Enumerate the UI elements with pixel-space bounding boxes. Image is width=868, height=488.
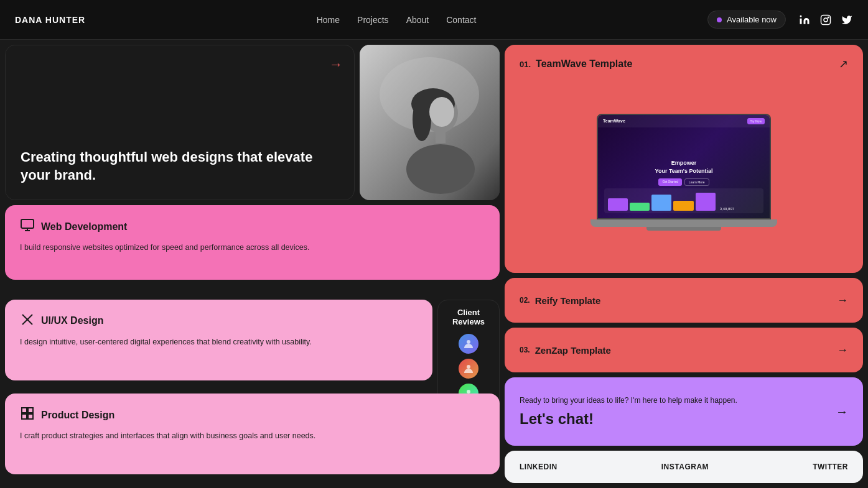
project-03-left: 03. ZenZap Template: [520, 345, 611, 356]
laptop-stand: [646, 227, 721, 231]
social-icons: [798, 14, 853, 26]
product-card: Product Design I craft product strategie…: [5, 394, 500, 474]
uiux-row: UI/UX Design I design intuitive, user-ce…: [5, 300, 500, 380]
cta-card[interactable]: Ready to bring your ideas to life? I'm h…: [505, 377, 863, 446]
hero-photo: [360, 45, 500, 200]
svg-point-11: [413, 98, 431, 141]
cta-subtitle: Ready to bring your ideas to life? I'm h…: [520, 395, 836, 406]
client-reviews-title: Client Reviews: [446, 308, 492, 326]
svg-rect-0: [800, 18, 801, 24]
screen-navbar: TeamWave Try Now: [598, 115, 770, 127]
product-header: Product Design: [20, 406, 485, 424]
footer-instagram[interactable]: INSTAGRAM: [661, 463, 709, 471]
svg-point-9: [406, 144, 475, 194]
webdev-title: Web Development: [41, 221, 127, 232]
project-03-number: 03.: [520, 346, 530, 354]
laptop-base: [590, 219, 777, 227]
screen-logo: TeamWave: [603, 119, 625, 123]
project-03-title: ZenZap Template: [535, 345, 611, 356]
laptop-outer: TeamWave Try Now EmpowerYour Team's Pote…: [590, 114, 777, 232]
nav-contact[interactable]: Contact: [446, 15, 476, 25]
linkedin-icon[interactable]: [798, 14, 811, 26]
status-dot: [717, 17, 722, 22]
screen-stats: 3,49,897: [604, 188, 763, 213]
product-icon: [20, 406, 35, 424]
nav-about[interactable]: About: [406, 15, 429, 25]
hero-row: → Creating thoughtful web designs that e…: [5, 45, 500, 200]
stat-bar-3: [651, 195, 671, 211]
nav-projects[interactable]: Projects: [357, 15, 389, 25]
screen-hero-area: EmpowerYour Team's Potential Get Started…: [655, 159, 713, 186]
project-02-card[interactable]: 02. Reify Template →: [505, 278, 863, 323]
stat-bar-5: [696, 193, 716, 211]
product-title: Product Design: [41, 410, 114, 421]
stat-value: 3,49,897: [717, 207, 760, 211]
left-column: → Creating thoughtful web designs that e…: [5, 45, 500, 483]
uiux-header: UI/UX Design: [20, 312, 418, 330]
screen-content: TeamWave Try Now EmpowerYour Team's Pote…: [598, 115, 770, 218]
hero-card: → Creating thoughtful web designs that e…: [5, 45, 355, 200]
uiux-title: UI/UX Design: [41, 315, 103, 326]
svg-rect-25: [28, 414, 33, 419]
webdev-header: Web Development: [20, 218, 485, 236]
screen-buttons: Get Started Learn More: [655, 178, 713, 186]
svg-rect-13: [21, 219, 34, 228]
svg-rect-2: [821, 15, 830, 24]
avatar-2: [457, 357, 480, 380]
product-desc: I craft product strategies and interface…: [20, 430, 485, 442]
project-01-number: 01.: [520, 60, 531, 69]
svg-point-4: [828, 17, 829, 18]
project-01-header: 01. TeamWave Template ↗: [520, 57, 848, 71]
svg-point-3: [824, 18, 828, 22]
svg-rect-24: [22, 414, 27, 419]
footer-linkedin[interactable]: LINKEDIN: [520, 463, 558, 471]
screen-secondary-btn: Learn More: [684, 178, 709, 186]
webdev-card: Web Development I build responsive websi…: [5, 205, 500, 280]
project-02-title: Reify Template: [535, 295, 601, 306]
uiux-desc: I design intuitive, user-centered digita…: [20, 336, 418, 348]
logo: DANA HUNTER: [15, 15, 85, 25]
header: DANA HUNTER Home Projects About Contact …: [0, 0, 868, 40]
header-right: Available now: [707, 11, 853, 29]
available-badge: Available now: [707, 11, 786, 29]
project-03-card[interactable]: 03. ZenZap Template →: [505, 328, 863, 372]
webdev-desc: I build responsive websites optimized fo…: [20, 242, 485, 254]
project-01-arrow[interactable]: ↗: [839, 57, 848, 71]
main-grid: → Creating thoughtful web designs that e…: [0, 40, 868, 488]
screen-primary-btn: Get Started: [658, 178, 682, 186]
nav-home[interactable]: Home: [317, 15, 340, 25]
svg-point-20: [467, 390, 470, 394]
social-footer: LINKEDIN INSTAGRAM TWITTER: [505, 451, 863, 483]
hero-arrow-icon[interactable]: →: [329, 57, 343, 73]
status-text: Available now: [727, 15, 777, 24]
project-03-arrow[interactable]: →: [837, 344, 848, 357]
instagram-icon[interactable]: [819, 14, 832, 26]
webdev-icon: [20, 218, 35, 236]
twitter-icon[interactable]: [841, 14, 853, 26]
svg-point-1: [800, 15, 801, 17]
laptop-mockup: TeamWave Try Now EmpowerYour Team's Pote…: [520, 85, 848, 260]
laptop-screen: TeamWave Try Now EmpowerYour Team's Pote…: [597, 114, 771, 219]
cta-title: Let's chat!: [520, 410, 836, 428]
hero-image: [360, 45, 500, 200]
navigation: Home Projects About Contact: [317, 15, 477, 25]
svg-point-12: [429, 97, 454, 127]
footer-twitter[interactable]: TWITTER: [813, 463, 848, 471]
project-02-arrow[interactable]: →: [837, 294, 848, 307]
avatar-1: [457, 333, 480, 355]
stat-bar-1: [608, 198, 628, 210]
portrait-svg: [360, 45, 500, 200]
uiux-card: UI/UX Design I design intuitive, user-ce…: [5, 300, 432, 380]
svg-rect-22: [22, 408, 27, 413]
project-01-title: TeamWave Template: [536, 58, 632, 70]
cta-text: Ready to bring your ideas to life? I'm h…: [520, 395, 836, 428]
cta-arrow-icon[interactable]: →: [836, 405, 848, 419]
hero-title: Creating thoughtful web designs that ele…: [21, 148, 339, 185]
screen-hero-text: EmpowerYour Team's Potential: [655, 159, 713, 175]
uiux-icon: [20, 312, 35, 330]
project-02-left: 02. Reify Template: [520, 295, 600, 306]
svg-rect-8: [436, 131, 446, 143]
project-02-number: 02.: [520, 296, 530, 305]
svg-point-18: [467, 340, 470, 344]
right-column: 01. TeamWave Template ↗ TeamWave Try Now: [505, 45, 863, 483]
